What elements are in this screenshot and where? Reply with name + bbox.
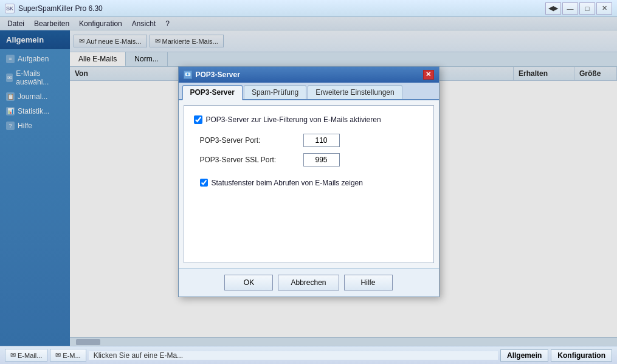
port-input[interactable] xyxy=(303,134,340,147)
dialog-tab-spam[interactable]: Spam-Prüfung xyxy=(244,85,306,99)
bottom-konfiguration-button[interactable]: Konfiguration xyxy=(551,349,612,362)
title-bar: SK SuperSpamKiller Pro 6.30 ◀▶ — □ ✕ xyxy=(0,0,617,17)
minimize-button[interactable]: — xyxy=(562,2,578,15)
ssl-port-label: POP3-Server SSL Port: xyxy=(200,156,303,164)
dialog-tabs: POP3-Server Spam-Prüfung Erweiterte Eins… xyxy=(179,83,439,100)
status-checkbox-row: Statusfenster beim Abrufen von E-Mails z… xyxy=(194,179,424,187)
status-checkbox[interactable] xyxy=(200,179,208,187)
close-button[interactable]: ✕ xyxy=(596,2,612,15)
abbrechen-button[interactable]: Abbrechen xyxy=(278,275,339,290)
dialog-tab-erweitert[interactable]: Erweiterte Einstellungen xyxy=(308,85,402,99)
ssl-port-input[interactable] xyxy=(303,153,340,167)
dialog-footer: OK Abbrechen Hilfe xyxy=(179,268,439,297)
dialog-tab-pop3[interactable]: POP3-Server xyxy=(182,85,243,100)
bottom-email-icon1: ✉ xyxy=(10,351,16,359)
ok-button[interactable]: OK xyxy=(224,275,273,290)
email-btn-bottom1[interactable]: ✉ E-Mail... xyxy=(5,349,47,362)
dialog-content: POP3-Server zur Live-Filterung von E-Mai… xyxy=(184,105,434,263)
app-title: SuperSpamKiller Pro 6.30 xyxy=(18,4,545,13)
dialog-title-bar: 📧 POP3-Server ✕ xyxy=(179,67,439,83)
dialog-icon: 📧 xyxy=(184,70,192,79)
port-label: POP3-Server Port: xyxy=(200,136,303,145)
dialog-title: POP3-Server xyxy=(196,70,423,79)
pop3-dialog: 📧 POP3-Server ✕ POP3-Server Spam-Prüfung… xyxy=(178,66,439,297)
app-icon: SK xyxy=(5,4,15,13)
port-row: POP3-Server Port: xyxy=(194,134,424,147)
bottom-email-icon2: ✉ xyxy=(55,351,61,359)
activate-checkbox[interactable] xyxy=(194,115,202,124)
window-controls: ◀▶ — □ ✕ xyxy=(545,2,612,15)
activate-checkbox-row: POP3-Server zur Live-Filterung von E-Mai… xyxy=(194,115,424,124)
email-btn-bottom2[interactable]: ✉ E-M... xyxy=(50,349,86,362)
hilfe-button[interactable]: Hilfe xyxy=(344,275,393,290)
dialog-close-button[interactable]: ✕ xyxy=(423,70,434,80)
status-checkbox-label: Statusfenster beim Abrufen von E-Mails z… xyxy=(212,179,363,187)
activate-checkbox-label: POP3-Server zur Live-Filterung von E-Mai… xyxy=(206,115,381,124)
ssl-port-row: POP3-Server SSL Port: xyxy=(194,153,424,167)
bottom-allgemein-button[interactable]: Allgemein xyxy=(500,349,548,362)
maximize-button[interactable]: □ xyxy=(579,2,595,15)
dialog-overlay: 📧 POP3-Server ✕ POP3-Server Spam-Prüfung… xyxy=(0,17,617,346)
bottom-info: Klicken Sie auf eine E-Ma... xyxy=(89,351,498,360)
restore-button[interactable]: ◀▶ xyxy=(545,2,561,15)
bottom-bar: ✉ E-Mail... ✉ E-M... Klicken Sie auf ein… xyxy=(0,346,617,364)
